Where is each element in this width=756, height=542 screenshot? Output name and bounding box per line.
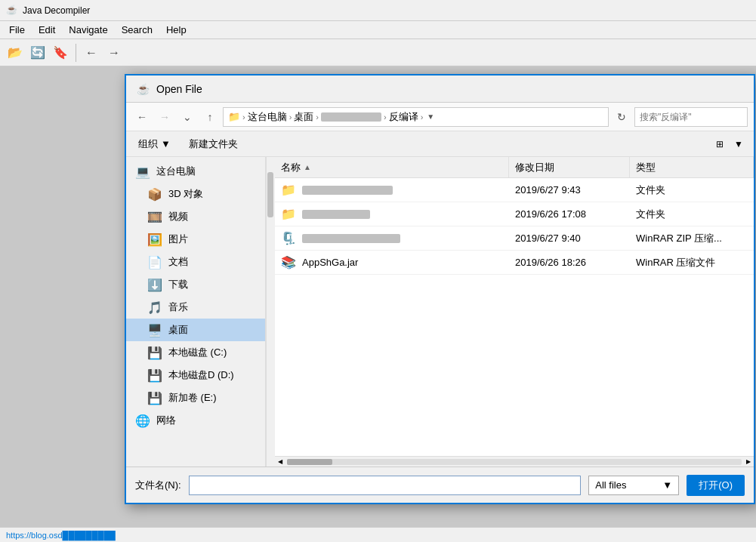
search-input[interactable] [634, 107, 748, 127]
toolbar: 📂 🔄 🔖 ← → [0, 39, 756, 66]
sidebar-label-c-drive: 本地磁盘 (C:) [168, 346, 227, 359]
sidebar-item-e-drive[interactable]: 💾 新加卷 (E:) [126, 386, 265, 409]
new-folder-btn[interactable]: 新建文件夹 [183, 135, 244, 153]
file-row[interactable]: 📚 AppShGa.jar 2019/6/26 18:26 WinRAR 压缩文… [275, 251, 754, 275]
sidebar-item-3d[interactable]: 📦 3D 对象 [126, 183, 265, 205]
app-icon: ☕ [6, 5, 18, 17]
sidebar-scrollthumb[interactable] [267, 172, 273, 217]
file-type-cell: WinRAR ZIP 压缩... [636, 232, 748, 245]
file-name-cell: 🗜️ [281, 231, 515, 246]
toolbar-separator [76, 44, 76, 62]
path-seg-1: 桌面 [294, 110, 313, 124]
view-dropdown-btn[interactable]: ▼ [730, 137, 748, 151]
menu-file[interactable]: File [3, 23, 31, 37]
3d-icon: 📦 [147, 186, 162, 202]
nav-up-btn[interactable]: ↑ [200, 107, 220, 127]
open-label: 打开(O) [699, 479, 733, 492]
computer-icon: 💻 [135, 164, 150, 179]
sidebar-item-pictures[interactable]: 🖼️ 图片 [126, 228, 265, 251]
file-list-container: 名称 ▲ 修改日期 类型 📁 [275, 157, 754, 467]
sidebar-scrollbar[interactable] [266, 157, 275, 467]
file-row[interactable]: 📁 2019/6/27 9:43 文件夹 [275, 178, 754, 202]
sidebar-item-downloads[interactable]: ⬇️ 下载 [126, 273, 265, 296]
filename-input[interactable] [189, 476, 582, 495]
address-path[interactable]: 📁 › 这台电脑 › 桌面 › › 反编译 › ▼ [223, 107, 609, 127]
menu-bar: File Edit Navigate Search Help [0, 21, 756, 39]
hscroll-track[interactable] [287, 459, 742, 465]
archive-icon: 🗜️ [281, 231, 296, 246]
network-icon: 🌐 [135, 413, 150, 428]
open-button[interactable]: 打开(O) [687, 475, 745, 496]
sidebar: 💻 这台电脑 📦 3D 对象 🎞️ 视频 🖼️ 图片 📄 文档 [126, 157, 266, 467]
path-seg-0: 这台电脑 [248, 110, 287, 124]
back-btn[interactable]: ← [81, 42, 102, 63]
forward-btn[interactable]: → [103, 42, 125, 63]
col-header-type[interactable]: 类型 [630, 157, 754, 177]
filetype-dropdown[interactable]: All files ▼ [588, 476, 679, 495]
dialog-title-text: Open File [156, 83, 202, 95]
sidebar-item-video[interactable]: 🎞️ 视频 [126, 205, 265, 228]
filetype-arrow: ▼ [662, 479, 672, 491]
filename-label: 文件名(N): [135, 479, 181, 492]
d-drive-icon: 💾 [147, 368, 162, 383]
dialog-title-icon: ☕ [135, 82, 150, 97]
sidebar-item-computer[interactable]: 💻 这台电脑 [126, 160, 265, 183]
video-icon: 🎞️ [147, 209, 162, 224]
organize-label: 组织 [138, 137, 158, 151]
file-type-cell: 文件夹 [636, 183, 748, 197]
jar-icon: 📚 [281, 255, 296, 270]
menu-help[interactable]: Help [160, 23, 193, 37]
sidebar-item-music[interactable]: 🎵 音乐 [126, 296, 265, 319]
nav-dropdown-btn[interactable]: ⌄ [177, 107, 197, 127]
file-date-cell: 2019/6/26 17:08 [515, 208, 636, 220]
file-date-cell: 2019/6/26 18:26 [515, 257, 636, 268]
file-name-cell: 📚 AppShGa.jar [281, 255, 515, 270]
menu-navigate[interactable]: Navigate [63, 23, 113, 37]
filetype-label: All files [595, 479, 626, 491]
content-area: 💻 这台电脑 📦 3D 对象 🎞️ 视频 🖼️ 图片 📄 文档 [126, 157, 754, 467]
sidebar-label-computer: 这台电脑 [156, 165, 196, 178]
title-bar: ☕ Java Decompiler [0, 0, 756, 21]
organize-dropdown-icon: ▼ [161, 138, 171, 149]
menu-edit[interactable]: Edit [32, 23, 61, 37]
addr-refresh-btn[interactable]: ↻ [612, 107, 631, 127]
desktop-icon: 🖥️ [147, 322, 162, 337]
view-toggle: ⊞ ▼ [711, 137, 748, 151]
main-background: ☕ Open File ← → ⌄ ↑ 📁 › 这台电脑 › 桌面 › › 反编… [0, 66, 756, 542]
app-title: Java Decompiler [23, 5, 90, 16]
reload-btn[interactable]: 🔄 [27, 42, 48, 63]
sidebar-item-desktop[interactable]: 🖥️ 桌面 [126, 319, 265, 341]
col-header-name[interactable]: 名称 ▲ [275, 157, 509, 177]
horizontal-scrollbar[interactable]: ◀ ▶ [275, 456, 754, 467]
c-drive-icon: 💾 [147, 345, 162, 360]
sidebar-item-network[interactable]: 🌐 网络 [126, 409, 265, 432]
folder-icon: 📁 [281, 207, 296, 222]
docs-icon: 📄 [147, 254, 162, 269]
sidebar-label-desktop: 桌面 [168, 323, 188, 337]
sidebar-label-music: 音乐 [168, 300, 188, 314]
hscroll-thumb[interactable] [287, 459, 332, 465]
hscroll-left-btn[interactable]: ◀ [275, 457, 285, 467]
hscroll-right-btn[interactable]: ▶ [743, 457, 754, 467]
organize-btn[interactable]: 组织 ▼ [132, 135, 177, 153]
sidebar-item-c-drive[interactable]: 💾 本地磁盘 (C:) [126, 341, 265, 364]
view-grid-btn[interactable]: ⊞ [711, 137, 728, 151]
sidebar-item-docs[interactable]: 📄 文档 [126, 251, 265, 273]
file-list: 📁 2019/6/27 9:43 文件夹 📁 [275, 178, 754, 456]
path-dropdown-arrow[interactable]: ▼ [427, 112, 434, 121]
file-name-cell: 📁 [281, 183, 515, 198]
col-header-date[interactable]: 修改日期 [509, 157, 630, 177]
menu-search[interactable]: Search [116, 23, 159, 37]
file-list-header: 名称 ▲ 修改日期 类型 [275, 157, 754, 178]
open-file-btn[interactable]: 📂 [5, 42, 26, 63]
file-type-cell: WinRAR 压缩文件 [636, 256, 748, 269]
nav-forward-btn[interactable]: → [155, 107, 174, 127]
bookmark-btn[interactable]: 🔖 [50, 42, 71, 63]
file-date-cell: 2019/6/27 9:43 [515, 184, 636, 196]
sidebar-item-d-drive[interactable]: 💾 本地磁盘D (D:) [126, 364, 265, 386]
file-row[interactable]: 🗜️ 2019/6/27 9:40 WinRAR ZIP 压缩... [275, 226, 754, 251]
nav-back-btn[interactable]: ← [132, 107, 152, 127]
file-row[interactable]: 📁 2019/6/26 17:08 文件夹 [275, 202, 754, 226]
blurred-filename [302, 210, 370, 219]
sort-arrow: ▲ [304, 163, 311, 171]
